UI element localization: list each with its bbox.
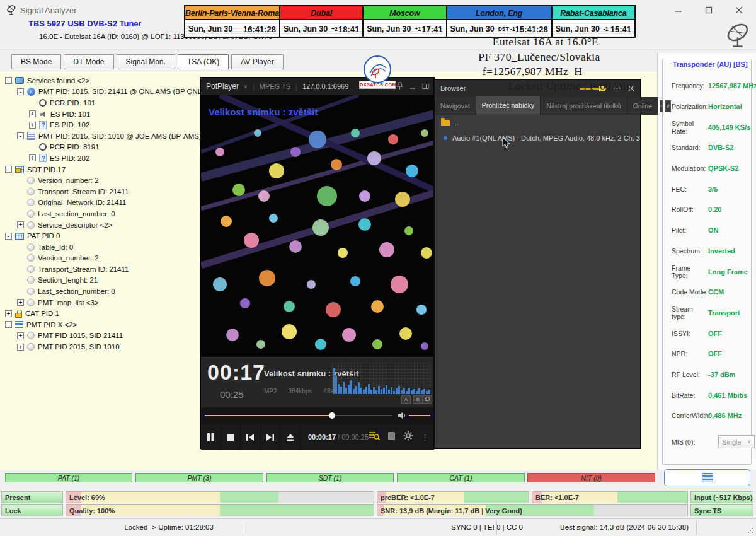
tree-item[interactable]: +ES PID: 102 — [0, 119, 200, 131]
tree-item[interactable]: Version_number: 2 — [0, 175, 200, 186]
minimize-button[interactable] — [670, 4, 687, 16]
tab-dt-mode[interactable]: DT Mode — [64, 54, 113, 69]
tree-toggle-icon[interactable]: - — [5, 321, 12, 328]
tree-toggle-icon[interactable]: + — [17, 332, 24, 339]
browser-tab-2[interactable]: Prohlížeč nabídky — [476, 96, 541, 115]
clock-date: Sun, Jun 30 — [367, 25, 411, 33]
browser-content: .. Audio #1(QNL AMS) - Dutch, MPEG Audio… — [435, 115, 640, 448]
tree-item[interactable]: Section_lenght: 21 — [0, 275, 200, 286]
tree-item[interactable]: -PMT PID: 1015, SID: 21411 @ QNL AMS (BP… — [0, 86, 200, 98]
panel-icon[interactable] — [422, 81, 429, 92]
tree-item[interactable]: -SDT PID 17 — [0, 164, 200, 175]
tree-toggle-icon[interactable]: + — [17, 299, 24, 306]
clock-offset: +1 — [415, 26, 421, 32]
stop-button[interactable] — [221, 424, 241, 450]
potplayer-titlebar[interactable]: PotPlayer ∨ | MPEG TS | 127.0.0.1:6969 — [201, 78, 434, 95]
tree-item[interactable]: Last_section_number: 0 — [0, 286, 200, 297]
next-button[interactable] — [261, 424, 281, 450]
browser-tab-3[interactable]: Nástroj procházení titulků — [541, 97, 627, 115]
tree-toggle-icon[interactable]: - — [5, 166, 12, 173]
ab-repeat-a-button[interactable]: A — [401, 395, 411, 404]
tree-item[interactable]: Table_Id: 0 — [0, 242, 200, 253]
tree-item[interactable]: -Services found <2> — [0, 75, 200, 86]
tree-toggle-icon[interactable]: - — [17, 132, 24, 139]
audio-track-row[interactable]: Audio #1(QNL AMS) - Dutch, MPEG Audio, 4… — [435, 131, 640, 146]
ab-repeat-b-button[interactable]: B — [413, 395, 423, 404]
tree-item[interactable]: +ES PID: 101 — [0, 108, 200, 120]
more-menu-icon[interactable]: ⋮ — [421, 433, 429, 442]
tree-toggle-icon[interactable]: + — [5, 310, 12, 317]
tree-item[interactable]: -PMT PID X <2> — [0, 319, 200, 330]
tree-item[interactable]: +CAT PID 1 — [0, 308, 200, 319]
tree-toggle-icon[interactable]: + — [29, 110, 36, 117]
transponder-label: RollOff: — [672, 206, 708, 213]
tree-toggle-icon[interactable]: + — [29, 122, 36, 129]
tree-item[interactable]: +PMT_map_list <3> — [0, 297, 200, 308]
tab-tsa-ok-[interactable]: TSA (OK) — [178, 54, 229, 69]
video-frame[interactable]: Velikost snímku : zvětšit — [201, 95, 434, 357]
nav-next-icon[interactable]: › — [660, 100, 663, 112]
tree-item[interactable]: -PAT PID 0 — [0, 230, 200, 242]
record-device-button[interactable] — [664, 469, 750, 486]
tree-item[interactable]: Last_section_number: 0 — [0, 208, 200, 219]
resize-grip[interactable] — [747, 527, 753, 533]
playlist-icon[interactable] — [387, 431, 396, 443]
transponder-label: Stream type: — [672, 305, 708, 320]
minimize-icon[interactable] — [410, 81, 416, 92]
tree-item[interactable]: PCR PID: 8191 — [0, 142, 200, 153]
close-button[interactable] — [731, 4, 747, 16]
browser-tab-4[interactable]: Online — [627, 97, 658, 115]
loop-button[interactable] — [423, 395, 432, 404]
tree-toggle-icon[interactable]: - — [5, 233, 12, 240]
tree-item[interactable]: Transport_Stream ID: 21411 — [0, 186, 200, 197]
tree-item[interactable]: -PMT PID: 2015, SID: 1010 @ JOE AMS (BP-… — [0, 131, 200, 142]
title-bar: Signal Analyzer TBS 5927 USB DVB-S2 Tune… — [0, 0, 756, 53]
bullet-icon — [27, 177, 35, 184]
mis-dropdown[interactable]: Single ∨ — [718, 435, 755, 448]
transponder-row: Standard:DVB-S2 — [672, 137, 756, 158]
browser-window: Browser NavigovatProhlížeč nabídkyNástro… — [433, 79, 641, 449]
tree-toggle-icon[interactable]: - — [17, 88, 24, 95]
browser-tab-1[interactable]: Navigovat — [435, 97, 476, 115]
pin-icon[interactable] — [396, 81, 403, 92]
pause-button[interactable] — [201, 424, 221, 450]
tree-item[interactable]: +Service_descriptor <2> — [0, 219, 200, 231]
transponder-label: Frequency: — [672, 82, 708, 90]
tree-toggle-icon[interactable]: + — [17, 221, 24, 228]
tab-bs-mode[interactable]: BS Mode — [11, 54, 61, 69]
transponder-row: Stream type:Transport — [672, 303, 756, 323]
tab-signal-mon-[interactable]: Signal Mon. — [117, 54, 175, 69]
seek-bar[interactable] — [201, 407, 434, 424]
seek-knob[interactable] — [329, 412, 335, 419]
nav-more-icon[interactable]: ∨ — [665, 100, 671, 112]
transponder-value: 0,461 Mbit/s — [708, 392, 747, 399]
satellite-dish-icon-large — [724, 21, 752, 52]
tree-toggle-icon[interactable]: - — [5, 77, 12, 84]
tab-av-player[interactable]: AV Player — [231, 54, 283, 69]
bullet-icon — [27, 221, 35, 229]
volume-slider[interactable] — [409, 415, 430, 416]
transponder-row: Spectrum:Inverted — [672, 241, 756, 262]
tree-item[interactable]: +PMT PID 1015, SID 21411 — [0, 330, 200, 342]
maximize-button[interactable] — [701, 4, 717, 16]
tree-toggle-icon[interactable]: + — [17, 344, 24, 351]
transponder-value: -37 dBm — [708, 371, 735, 378]
eject-button[interactable] — [280, 424, 301, 450]
tree-toggle-icon[interactable]: + — [29, 154, 36, 161]
tree-item[interactable]: Transport_Stream ID: 21411 — [0, 264, 200, 275]
transponder-label: Modulation: — [672, 165, 708, 172]
tree-item[interactable]: PCR PID: 101 — [0, 97, 200, 108]
tree-item[interactable]: +ES PID: 202 — [0, 153, 200, 164]
tree-item[interactable]: +PMT PID 2015, SID 1010 — [0, 341, 200, 352]
sdt-icon — [15, 166, 24, 173]
tuner-name: TBS 5927 USB DVB-S2 Tuner — [28, 19, 142, 28]
settings-gear-icon[interactable] — [403, 431, 413, 443]
playlist-search-icon[interactable] — [369, 431, 380, 443]
previous-button[interactable] — [241, 424, 261, 450]
parent-folder-row[interactable]: .. — [435, 115, 640, 131]
volume-icon[interactable] — [398, 411, 406, 422]
transponder-row: NPD:OFF — [672, 344, 756, 364]
tree-item[interactable]: Version_number: 2 — [0, 253, 200, 264]
tree-item[interactable]: Original_Network ID: 21411 — [0, 197, 200, 209]
chevron-down-icon[interactable]: ∨ — [244, 84, 248, 90]
